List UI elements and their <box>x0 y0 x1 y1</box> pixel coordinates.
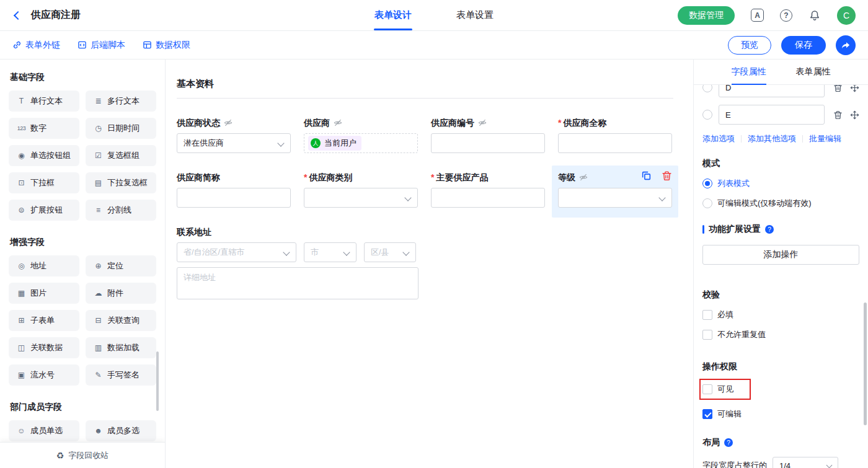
field-type-address[interactable]: ◎地址 <box>9 255 79 276</box>
delete-option-button[interactable] <box>833 110 843 120</box>
supplier-no-input[interactable] <box>431 133 545 153</box>
field-type-data-load[interactable]: ▥数据加载 <box>86 337 156 358</box>
field-type-divider[interactable]: ≡分割线 <box>86 200 156 221</box>
grade-select[interactable] <box>558 188 672 208</box>
edit-mode-radio[interactable] <box>702 198 712 208</box>
option-radio[interactable] <box>702 85 712 92</box>
member-multi-icon: ☻ <box>92 426 104 435</box>
field-type-checkbox-group[interactable]: ☑复选框组 <box>86 145 156 166</box>
editable-check-row[interactable]: 可编辑 <box>702 408 859 420</box>
field-supplier[interactable]: 供应商 人 当前用户 <box>304 118 418 153</box>
field-type-label: 下拉复选框 <box>107 177 148 188</box>
field-type-linked-query[interactable]: ⊟关联查询 <box>86 310 156 331</box>
field-supplier-full-name[interactable]: *供应商全称 <box>558 118 672 153</box>
district-select[interactable]: 区/县 <box>364 242 416 262</box>
list-mode-radio[interactable] <box>702 179 712 188</box>
supplier-short-name-input[interactable] <box>177 188 291 208</box>
field-recycle-bin[interactable]: ♻ 字段回收站 <box>0 442 165 468</box>
field-main-products[interactable]: *主要供应产品 <box>431 173 545 208</box>
extension-help-icon[interactable]: ? <box>765 225 774 234</box>
notification-bell-icon[interactable] <box>808 9 821 22</box>
option-actions <box>833 110 859 120</box>
backend-script-button[interactable]: 后端脚本 <box>78 40 125 51</box>
required-mark: * <box>431 173 434 182</box>
tab-form-properties[interactable]: 表单属性 <box>796 60 831 84</box>
field-grade-selected[interactable]: 等级 <box>558 173 672 208</box>
no-duplicate-checkbox[interactable] <box>702 330 712 340</box>
radio-icon: ◉ <box>16 151 27 160</box>
field-type-select[interactable]: ⊡下拉框 <box>9 172 79 193</box>
field-type-location[interactable]: ⊕定位 <box>86 255 156 276</box>
drag-option-handle[interactable] <box>850 85 859 92</box>
share-button[interactable] <box>836 35 856 55</box>
preview-button[interactable]: 预览 <box>728 36 771 55</box>
translate-icon[interactable]: A <box>751 9 764 22</box>
edit-mode-option[interactable]: 可编辑模式(仅移动端有效) <box>702 198 859 209</box>
save-button[interactable]: 保存 <box>781 36 826 55</box>
top-header: 供应商注册 表单设计 表单设置 数据管理 A ? C <box>0 0 868 31</box>
required-checkbox[interactable] <box>702 310 712 320</box>
field-type-subform[interactable]: ⊞子表单 <box>9 310 79 331</box>
extension-section-title: 功能扩展设置 <box>709 224 761 235</box>
required-check-row[interactable]: 必填 <box>702 309 859 320</box>
supplier-category-select[interactable] <box>304 188 418 208</box>
back-button[interactable] <box>12 10 24 21</box>
address-detail-textarea[interactable]: 详细地址 <box>177 267 418 299</box>
field-type-number[interactable]: 123数字 <box>9 118 79 139</box>
sidebar-scrollbar[interactable] <box>156 351 159 411</box>
field-type-member-multi[interactable]: ☻成员多选 <box>86 420 156 441</box>
help-icon[interactable]: ? <box>780 9 792 22</box>
add-action-button[interactable]: 添加操作 <box>702 245 859 265</box>
editable-checkbox[interactable] <box>702 409 712 419</box>
field-supplier-short-name[interactable]: 供应商简称 <box>177 173 291 208</box>
option-value-input[interactable]: D <box>719 85 825 97</box>
add-other-option-link[interactable]: 添加其他选项 <box>748 133 796 144</box>
field-type-datetime[interactable]: ◷日期时间 <box>86 118 156 139</box>
list-mode-option[interactable]: 列表模式 <box>702 178 859 189</box>
copy-field-button[interactable] <box>641 170 652 181</box>
field-width-select[interactable]: 1/4 <box>773 457 838 468</box>
field-type-attachment[interactable]: ☁附件 <box>86 283 156 304</box>
window-scrollbar[interactable] <box>864 302 867 425</box>
field-type-linked-data[interactable]: ◫关联数据 <box>9 337 79 358</box>
drag-option-handle[interactable] <box>850 110 859 120</box>
visible-checkbox[interactable] <box>702 384 712 394</box>
supplier-full-name-input[interactable] <box>558 133 672 153</box>
add-option-link[interactable]: 添加选项 <box>702 133 735 144</box>
field-type-member-single[interactable]: ☺成员单选 <box>9 420 79 441</box>
field-type-single-line-text[interactable]: T单行文本 <box>9 91 79 112</box>
field-type-multi-select[interactable]: ▤下拉复选框 <box>86 172 156 193</box>
field-type-multi-line-text[interactable]: ≣多行文本 <box>86 91 156 112</box>
external-link-button[interactable]: 表单外链 <box>12 40 60 51</box>
province-select[interactable]: 省/自治区/直辖市 <box>177 242 296 262</box>
tab-field-properties[interactable]: 字段属性 <box>732 60 766 84</box>
layout-help-icon[interactable]: ? <box>724 438 733 447</box>
current-user-tag[interactable]: 人 当前用户 <box>308 136 361 151</box>
field-supplier-no[interactable]: 供应商编号 <box>431 118 545 153</box>
field-type-signature[interactable]: ✎手写签名 <box>86 364 156 386</box>
supplier-member-picker[interactable]: 人 当前用户 <box>304 133 418 153</box>
supplier-status-select[interactable]: 潜在供应商 <box>177 133 291 153</box>
field-type-extend-button[interactable]: ⊜扩展按钮 <box>9 200 79 221</box>
option-value-input[interactable]: E <box>719 105 825 125</box>
delete-option-button[interactable] <box>833 85 843 92</box>
tab-form-design[interactable]: 表单设计 <box>374 0 412 30</box>
data-manage-button[interactable]: 数据管理 <box>678 6 735 25</box>
delete-field-button[interactable] <box>662 170 672 181</box>
no-duplicate-check-row[interactable]: 不允许重复值 <box>702 329 859 340</box>
field-supplier-category[interactable]: *供应商类别 <box>304 173 418 208</box>
user-avatar[interactable]: C <box>837 6 856 25</box>
data-permission-button[interactable]: 数据权限 <box>143 40 190 51</box>
main-products-input[interactable] <box>431 188 545 208</box>
field-contact-address[interactable]: 联系地址 省/自治区/直辖市 市 区/县 详细地址 <box>177 227 673 299</box>
field-type-serial-number[interactable]: ▣流水号 <box>9 364 79 386</box>
city-select[interactable]: 市 <box>304 242 356 262</box>
external-link-label: 表单外链 <box>25 40 60 51</box>
field-type-image[interactable]: ▦图片 <box>9 283 79 304</box>
option-radio[interactable] <box>702 110 712 120</box>
batch-edit-link[interactable]: 批量编辑 <box>809 133 841 144</box>
tab-form-settings[interactable]: 表单设置 <box>456 0 494 30</box>
field-supplier-status[interactable]: 供应商状态 潜在供应商 <box>177 118 291 153</box>
hidden-eye-icon <box>224 118 232 127</box>
field-type-radio-group[interactable]: ◉单选按钮组 <box>9 145 79 166</box>
